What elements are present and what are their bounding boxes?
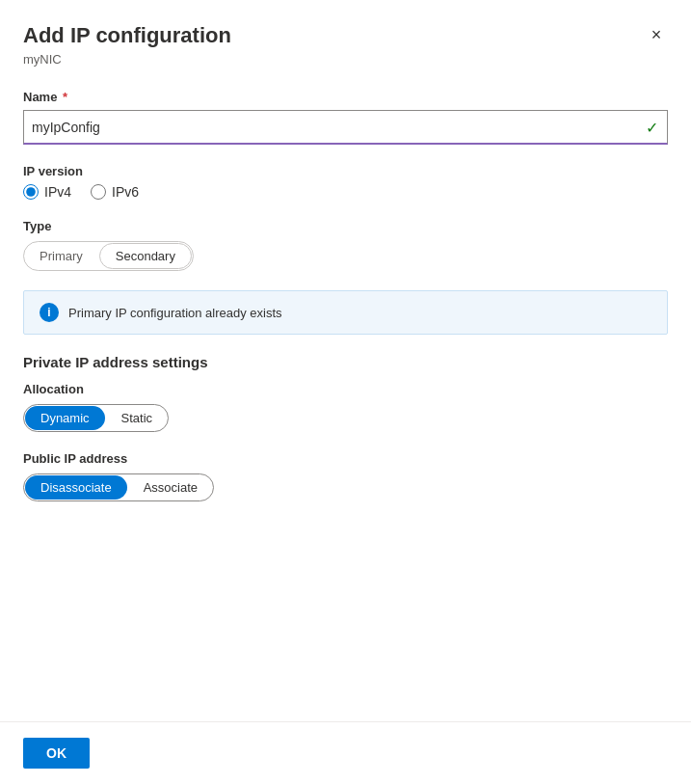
secondary-type-button[interactable]: Secondary [99,243,192,269]
close-button[interactable]: × [641,19,672,50]
ipv4-option[interactable]: IPv4 [23,184,71,200]
name-input-wrapper: ✓ [23,110,668,145]
ip-version-label: IP version [23,164,668,178]
type-group: Type Primary Secondary [23,219,668,271]
dialog-content: Name * ✓ IP version IPv4 IPv6 [0,74,691,721]
ipv6-label: IPv6 [112,184,139,200]
info-message: Primary IP configuration already exists [68,306,282,320]
private-ip-section-title: Private IP address settings [23,354,668,370]
ip-version-group: IP version IPv4 IPv6 [23,164,668,200]
info-icon: i [40,303,59,322]
name-input[interactable] [23,110,668,145]
ipv4-label: IPv4 [44,184,71,200]
private-ip-section: Private IP address settings Allocation D… [23,354,668,432]
ipv4-radio[interactable] [23,184,39,200]
static-allocation-button[interactable]: Static [106,406,169,430]
add-ip-config-dialog: Add IP configuration myNIC × Name * ✓ IP… [0,0,691,784]
name-label: Name * [23,90,668,104]
dialog-footer: OK [0,721,691,784]
associate-button[interactable]: Associate [128,475,213,500]
dialog-header: Add IP configuration myNIC × [0,0,691,74]
dialog-subtitle: myNIC [23,52,668,67]
ok-button[interactable]: OK [23,738,90,769]
name-field-group: Name * ✓ [23,90,668,145]
ipv6-radio[interactable] [91,184,106,200]
ip-version-radio-group: IPv4 IPv6 [23,184,668,200]
dynamic-allocation-button[interactable]: Dynamic [25,406,105,430]
primary-type-button[interactable]: Primary [24,244,98,268]
check-icon: ✓ [646,119,658,137]
type-toggle-group: Primary Secondary [23,241,194,271]
ipv6-option[interactable]: IPv6 [91,184,139,200]
public-ip-label: Public IP address [23,451,668,466]
disassociate-button[interactable]: Disassociate [25,475,127,500]
info-banner: i Primary IP configuration already exist… [23,290,668,335]
allocation-toggle-group: Dynamic Static [23,404,169,432]
type-label: Type [23,219,668,233]
public-ip-toggle-group: Disassociate Associate [23,473,214,501]
dialog-title: Add IP configuration [23,23,668,48]
required-indicator: * [59,90,67,104]
allocation-label: Allocation [23,382,668,396]
public-ip-section: Public IP address Disassociate Associate [23,451,668,501]
